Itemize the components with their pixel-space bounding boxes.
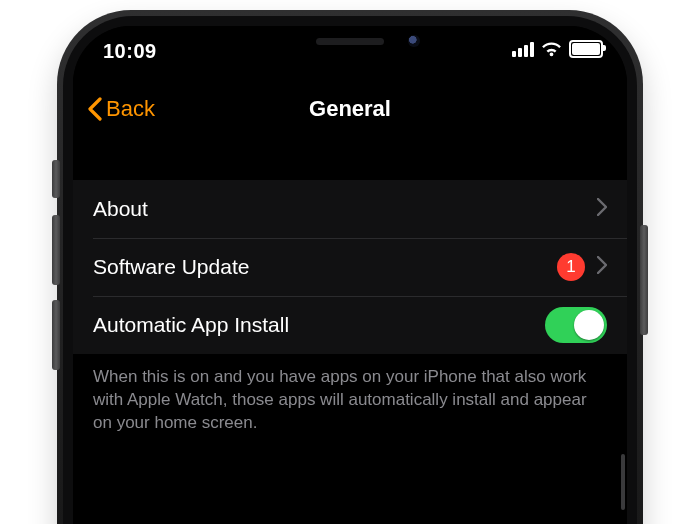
notch — [220, 26, 480, 60]
chevron-left-icon — [87, 97, 102, 121]
wifi-icon — [541, 42, 562, 57]
row-auto-install-label: Automatic App Install — [93, 313, 545, 337]
update-badge: 1 — [557, 253, 585, 281]
chevron-right-icon — [597, 256, 607, 278]
navigation-bar: Back General — [73, 86, 627, 132]
row-auto-install: Automatic App Install — [73, 296, 627, 354]
auto-install-toggle[interactable] — [545, 307, 607, 343]
toggle-knob — [574, 310, 604, 340]
back-button[interactable]: Back — [87, 96, 155, 122]
scroll-indicator — [621, 454, 625, 510]
row-software-update[interactable]: Software Update 1 — [73, 238, 627, 296]
battery-icon — [569, 40, 603, 58]
row-software-update-label: Software Update — [93, 255, 557, 279]
mute-switch — [52, 160, 60, 198]
row-about-label: About — [93, 197, 597, 221]
volume-up-button — [52, 215, 60, 285]
power-button — [640, 225, 648, 335]
back-label: Back — [106, 96, 155, 122]
volume-down-button — [52, 300, 60, 370]
chevron-right-icon — [597, 198, 607, 220]
page-title: General — [309, 96, 391, 122]
settings-list: About Software Update 1 Automatic App In… — [73, 180, 627, 435]
row-about[interactable]: About — [73, 180, 627, 238]
cellular-signal-icon — [512, 42, 534, 57]
section-footer: When this is on and you have apps on you… — [73, 354, 627, 435]
screen: 10:09 Back General — [73, 26, 627, 524]
status-time: 10:09 — [103, 40, 157, 63]
phone-bezel: 10:09 Back General — [73, 26, 627, 524]
speaker-grille — [316, 38, 384, 45]
front-camera — [408, 35, 420, 47]
